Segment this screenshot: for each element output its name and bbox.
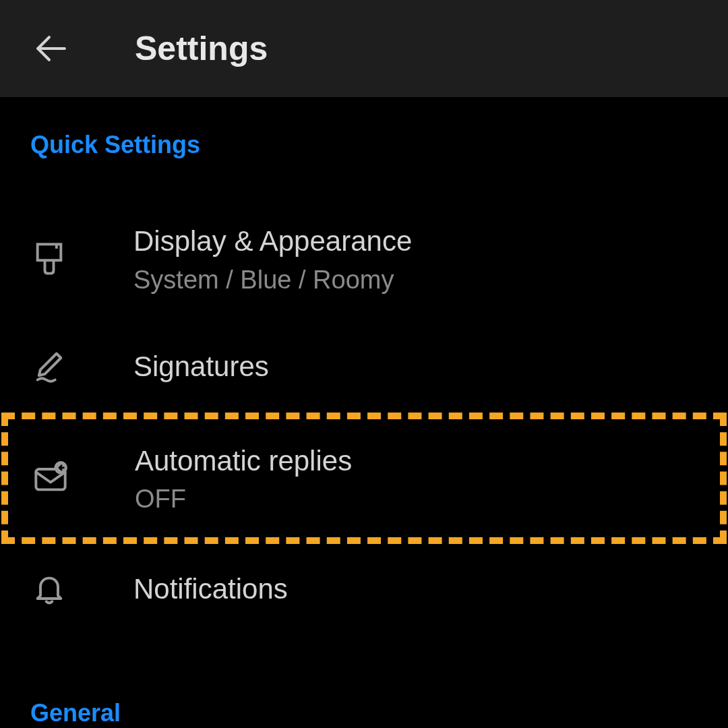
setting-title-signatures: Signatures (133, 348, 269, 386)
setting-text-notifications: Notifications (133, 571, 288, 608)
setting-row-signatures[interactable]: Signatures (0, 322, 728, 413)
setting-text-signatures: Signatures (133, 348, 269, 386)
section-header-quick-settings: Quick Settings (0, 131, 728, 159)
page-title: Settings (135, 29, 268, 68)
setting-text-automatic-replies: Automatic replies OFF (135, 443, 352, 514)
setting-subtitle-display: System / Blue / Roomy (133, 266, 412, 295)
arrow-left-icon (34, 32, 67, 65)
setting-row-display[interactable]: Display & Appearance System / Blue / Roo… (0, 196, 728, 322)
highlight-automatic-replies: Automatic replies OFF (1, 413, 727, 545)
section-header-general: General (0, 699, 728, 727)
setting-title-notifications: Notifications (133, 571, 288, 608)
back-button[interactable] (34, 32, 67, 65)
app-header: Settings (0, 0, 728, 97)
setting-title-display: Display & Appearance (133, 223, 412, 260)
setting-row-automatic-replies[interactable]: Automatic replies OFF (8, 419, 720, 538)
setting-text-display: Display & Appearance System / Blue / Roo… (133, 223, 412, 295)
settings-content: Quick Settings Display & Appearance Syst… (0, 97, 728, 727)
envelope-reply-icon (32, 460, 69, 497)
paintbrush-icon (30, 240, 67, 277)
setting-title-automatic-replies: Automatic replies (135, 443, 352, 480)
setting-row-notifications[interactable]: Notifications (0, 544, 728, 635)
signature-icon (30, 348, 67, 386)
bell-icon (30, 571, 67, 608)
setting-subtitle-automatic-replies: OFF (135, 485, 352, 514)
